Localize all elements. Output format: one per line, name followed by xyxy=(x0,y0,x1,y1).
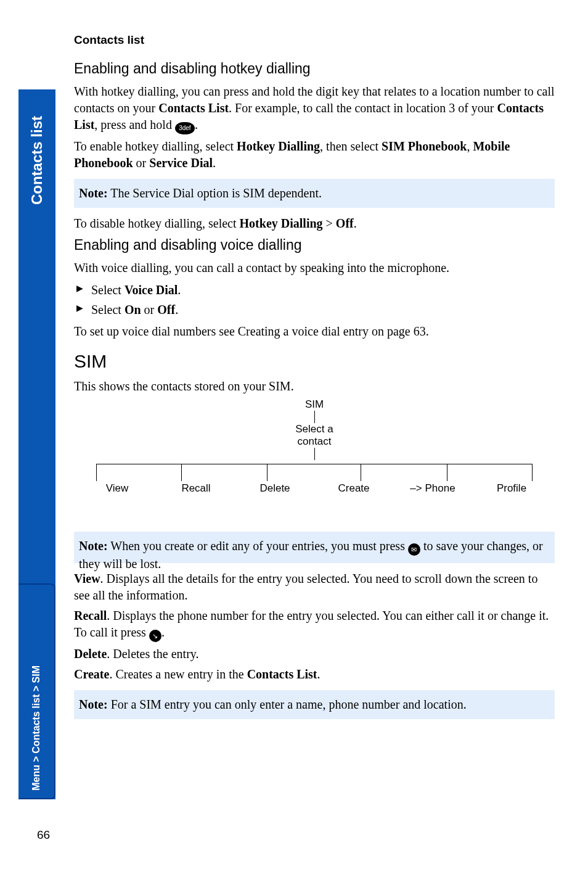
note-label: Note: xyxy=(79,186,108,200)
para-voice-intro: With voice dialling, you can call a cont… xyxy=(74,260,555,276)
note-sim-limits: Note: For a SIM entry you can only enter… xyxy=(74,690,555,719)
page-number: 66 xyxy=(37,828,50,842)
text-bold: Contacts List xyxy=(158,101,229,115)
note-service-dial: Note: The Service Dial option is SIM dep… xyxy=(74,179,555,208)
text: To disable hotkey dialling, select xyxy=(74,216,240,230)
text-bold: Contacts List xyxy=(247,667,317,681)
side-tab-section: Contacts list xyxy=(18,89,55,231)
text: To enable hotkey dialling, select xyxy=(74,139,237,153)
note-body: The Service Dial option is SIM dependent… xyxy=(108,186,322,200)
text: , press and hold xyxy=(94,118,175,131)
tree-hline xyxy=(96,464,533,464)
tree-branch xyxy=(447,464,447,481)
key-3def-icon: 3def xyxy=(175,122,195,134)
text: . Deletes the entry. xyxy=(107,647,198,661)
tree-leaves: View Recall Delete Create –> Phone Profi… xyxy=(80,482,549,495)
para-view: View. Displays all the details for the e… xyxy=(74,570,555,604)
page-content: Contacts list Enabling and disabling hot… xyxy=(74,33,555,727)
text: > xyxy=(323,216,336,230)
list-item: Select On or Off. xyxy=(91,300,555,319)
text: . xyxy=(213,156,216,170)
text-bold: On xyxy=(125,303,141,316)
text: or xyxy=(141,303,158,316)
text: or xyxy=(133,156,150,170)
text-bold: SIM Phonebook xyxy=(382,139,467,153)
heading-hotkey: Enabling and disabling hotkey dialling xyxy=(74,60,555,77)
note-label: Note: xyxy=(79,698,108,711)
list-item: Select Voice Dial. xyxy=(91,280,555,300)
note-body: For a SIM entry you can only enter a nam… xyxy=(108,698,467,711)
text-bold: View xyxy=(74,572,100,585)
heading-voice: Enabling and disabling voice dialling xyxy=(74,237,555,253)
side-tab-breadcrumb-label: Menu > Contacts list > SIM xyxy=(31,665,42,791)
text: . xyxy=(354,216,357,230)
text-bold: Off xyxy=(336,216,354,230)
text: , then select xyxy=(320,139,382,153)
text-bold: Off xyxy=(157,303,175,316)
side-tab-section-label: Contacts list xyxy=(28,116,46,205)
para-hotkey-intro: With hotkey dialling, you can press and … xyxy=(74,83,555,134)
menu-tree: SIM Select a contact View Recall Delete … xyxy=(80,398,549,495)
para-hotkey-disable: To disable hotkey dialling, select Hotke… xyxy=(74,215,555,232)
text: . xyxy=(317,667,321,681)
spacer xyxy=(74,495,555,524)
tree-branch xyxy=(532,464,533,481)
text: . Displays all the details for the entry… xyxy=(74,572,537,602)
text: . xyxy=(161,625,165,639)
tree-branch xyxy=(267,464,267,481)
text: . xyxy=(195,118,198,131)
tree-leaf: Delete xyxy=(238,482,312,495)
text: . Creates a new entry in the xyxy=(109,667,247,681)
tree-leaf: Create xyxy=(317,482,391,495)
text-bold: Service Dial xyxy=(149,156,213,170)
list-voice-steps: Select Voice Dial. Select On or Off. xyxy=(74,280,555,319)
side-tab-breadcrumb: Menu > Contacts list > SIM xyxy=(18,583,55,799)
tree-mid: Select a contact xyxy=(80,423,549,448)
para-recall: Recall. Displays the phone number for th… xyxy=(74,607,555,642)
text: , xyxy=(467,139,473,153)
para-hotkey-enable: To enable hotkey dialling, select Hotkey… xyxy=(74,138,555,171)
tree-root: SIM xyxy=(80,398,549,411)
text: . Displays the phone number for the entr… xyxy=(74,609,549,639)
text: . For example, to call the contact in lo… xyxy=(229,101,497,115)
save-icon: ✉ xyxy=(408,543,420,556)
text-bold: Hotkey Dialling xyxy=(237,139,320,153)
note-label: Note: xyxy=(79,539,108,553)
text: Select xyxy=(91,283,125,297)
text-bold: Create xyxy=(74,667,109,681)
tree-connector xyxy=(314,411,315,423)
para-voice-xref: To set up voice dial numbers see Creatin… xyxy=(74,323,555,340)
dial-icon: ↘ xyxy=(149,630,161,642)
text: Select xyxy=(91,303,125,316)
tree-leaf: Recall xyxy=(159,482,233,495)
note-save-changes: Note: When you create or edit any of you… xyxy=(74,532,555,563)
tree-branch xyxy=(361,464,361,481)
tree-leaf: View xyxy=(80,482,154,495)
heading-sim: SIM xyxy=(74,351,555,372)
note-text: When you create or edit any of your entr… xyxy=(108,539,408,553)
tree-leaf: –> Phone xyxy=(396,482,470,495)
tree-branch xyxy=(181,464,182,481)
text: . xyxy=(175,303,178,316)
text-bold: Voice Dial xyxy=(125,283,178,297)
tree-branch xyxy=(96,464,97,481)
tree-connector xyxy=(314,448,315,460)
tree-branches xyxy=(80,464,549,481)
text-bold: Delete xyxy=(74,647,107,661)
text: . xyxy=(178,283,181,297)
para-create: Create. Creates a new entry in the Conta… xyxy=(74,666,555,683)
text-bold: Recall xyxy=(74,609,107,622)
text-bold: Hotkey Dialling xyxy=(240,216,323,230)
para-sim-intro: This shows the contacts stored on your S… xyxy=(74,378,555,395)
page-title: Contacts list xyxy=(74,33,555,47)
tree-leaf: Profile xyxy=(475,482,549,495)
para-delete: Delete. Deletes the entry. xyxy=(74,646,555,662)
